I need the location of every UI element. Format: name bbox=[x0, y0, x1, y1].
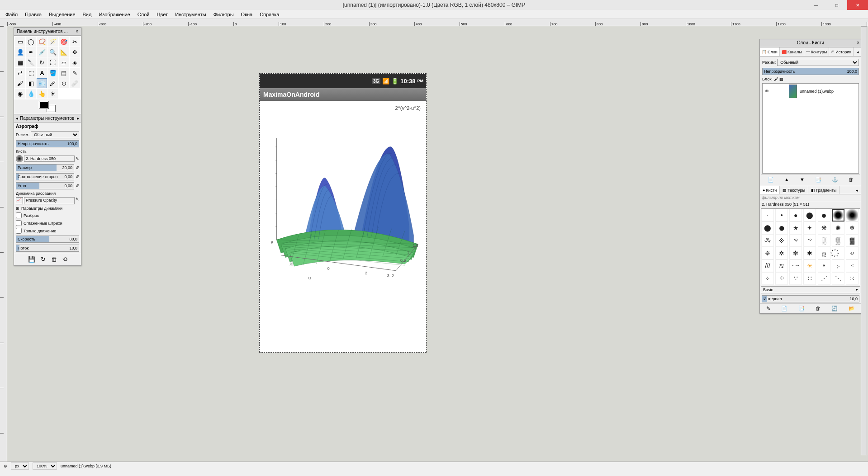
motion-checkbox[interactable] bbox=[16, 228, 22, 234]
menu-view[interactable]: Вид bbox=[79, 11, 95, 18]
brush-item[interactable]: ● bbox=[775, 222, 788, 234]
brush-item[interactable]: ⁂ bbox=[761, 234, 774, 247]
brush-item[interactable]: ⁖ bbox=[846, 259, 859, 272]
brush-item[interactable]: ༄ bbox=[789, 234, 802, 247]
layer-mode-select[interactable]: Обычный bbox=[777, 59, 859, 66]
tool-rotate[interactable]: ↻ bbox=[37, 57, 47, 67]
tool-blur[interactable]: 💧 bbox=[26, 89, 36, 99]
tool-by-color-select[interactable]: 🎯 bbox=[59, 37, 69, 47]
brush-item[interactable]: ❇ bbox=[789, 247, 802, 259]
zoom-select[interactable]: 100% bbox=[33, 462, 57, 470]
tool-shear[interactable]: ▱ bbox=[59, 57, 69, 67]
brush-item[interactable]: ⋰ bbox=[818, 272, 830, 285]
preset-reset-icon[interactable]: ⟲ bbox=[62, 256, 67, 263]
layer-name[interactable]: unnamed (1).webp bbox=[800, 89, 834, 94]
tool-perspective[interactable]: ◈ bbox=[70, 57, 80, 67]
tool-zoom[interactable]: 🔍 bbox=[47, 47, 58, 57]
brush-item[interactable]: ⁘ bbox=[761, 272, 774, 285]
brush-item[interactable]: ▒ bbox=[832, 234, 844, 247]
layer-down-icon[interactable]: ▼ bbox=[800, 177, 805, 183]
brush-item[interactable]: ✱ bbox=[803, 247, 816, 259]
tool-crop[interactable]: 🔪 bbox=[26, 57, 36, 67]
tool-paintbrush[interactable]: 🖌 bbox=[15, 78, 25, 88]
menu-file[interactable]: Файл bbox=[2, 11, 21, 18]
tool-smudge[interactable]: 👆 bbox=[37, 89, 47, 99]
layer-item[interactable]: 👁 unnamed (1).webp bbox=[763, 84, 859, 99]
angle-reset-icon[interactable]: ↺ bbox=[76, 184, 79, 188]
menu-image[interactable]: Изображение bbox=[95, 11, 133, 18]
brush-item[interactable]: ☀ bbox=[803, 259, 816, 272]
tab-menu-icon[interactable]: ◂ bbox=[855, 47, 861, 56]
menu-tools[interactable]: Инструменты bbox=[171, 11, 210, 18]
menu-filters[interactable]: Фильтры bbox=[210, 11, 237, 18]
menu-windows[interactable]: Окна bbox=[237, 11, 256, 18]
tool-cage[interactable]: ⬚ bbox=[26, 68, 36, 78]
tab-patterns[interactable]: ▦Текстуры bbox=[780, 186, 808, 194]
tool-perspective-clone[interactable]: ◉ bbox=[15, 89, 25, 99]
layer-thumbnail[interactable] bbox=[789, 85, 797, 98]
tool-free-select[interactable]: 📿 bbox=[37, 37, 47, 47]
tool-eraser[interactable]: ◧ bbox=[26, 78, 36, 88]
tab-paths[interactable]: 〰Контуры bbox=[804, 47, 829, 56]
tool-clone[interactable]: ⊙ bbox=[59, 78, 69, 88]
brush-item-selected[interactable] bbox=[832, 209, 844, 222]
speed-slider[interactable]: Скорость80,0 bbox=[16, 236, 79, 243]
tool-align[interactable]: ▦ bbox=[15, 57, 25, 67]
preset-delete-icon[interactable]: 🗑 bbox=[51, 256, 57, 263]
brush-filter-input[interactable]: фильтр по меткам bbox=[760, 194, 861, 201]
layer-anchor-icon[interactable]: ⚓ bbox=[832, 177, 838, 183]
mode-select[interactable]: Обычный bbox=[31, 131, 79, 138]
brush-item[interactable] bbox=[846, 209, 859, 222]
preset-save-icon[interactable]: 💾 bbox=[28, 256, 35, 263]
brush-item[interactable]: ⬤ bbox=[803, 209, 816, 222]
aspect-reset-icon[interactable]: ↺ bbox=[76, 174, 79, 179]
brush-item[interactable]: ✦ bbox=[803, 222, 816, 234]
brush-item[interactable]: ∵ bbox=[789, 272, 802, 285]
tab-brushes[interactable]: ●Кисти bbox=[760, 186, 780, 194]
flow-slider[interactable]: Поток10,0 bbox=[16, 245, 79, 252]
brush-item[interactable]: ⬤ bbox=[761, 222, 774, 234]
document-frame[interactable]: 3G 📶 🔋 10:38 PM MaximaOnAndroid 2^(v^2-u… bbox=[259, 73, 427, 353]
brush-item[interactable]: ● bbox=[789, 209, 802, 222]
toolbox-close-icon[interactable]: × bbox=[76, 29, 78, 34]
menu-help[interactable]: Справка bbox=[256, 11, 283, 18]
opacity-slider[interactable]: Непрозрачность100,0 bbox=[16, 140, 79, 147]
layer-delete-icon[interactable]: 🗑 bbox=[849, 177, 854, 183]
unit-select[interactable]: px bbox=[11, 462, 29, 470]
menu-color[interactable]: Цвет bbox=[153, 11, 171, 18]
size-slider[interactable]: Размер20,00 bbox=[16, 164, 74, 171]
tool-paths[interactable]: ✒ bbox=[26, 47, 36, 57]
brush-item[interactable]: • bbox=[775, 209, 788, 222]
tab-layers[interactable]: 📋Слои bbox=[760, 47, 780, 56]
foreground-color[interactable] bbox=[39, 101, 48, 108]
brush-item[interactable]: ꩜ bbox=[846, 247, 859, 259]
brush-item[interactable]: ● bbox=[818, 209, 830, 222]
tool-move[interactable]: ✥ bbox=[70, 47, 80, 57]
brush-item[interactable]: ҉ bbox=[832, 247, 844, 259]
layer-up-icon[interactable]: ▲ bbox=[784, 177, 789, 183]
brush-item[interactable]: ★ bbox=[789, 222, 802, 234]
menu-select[interactable]: Выделение bbox=[45, 11, 79, 18]
brush-new-icon[interactable]: 📄 bbox=[781, 306, 787, 311]
brush-item[interactable]: ⋱ bbox=[832, 272, 844, 285]
brush-item[interactable]: ✲ bbox=[775, 247, 788, 259]
brush-item[interactable]: ⸭ bbox=[775, 272, 788, 285]
brush-item[interactable]: ≋ bbox=[775, 259, 788, 272]
brush-item[interactable]: ჻ bbox=[832, 259, 844, 272]
tab-channels[interactable]: 🟥Каналы bbox=[780, 47, 804, 56]
brush-item[interactable]: ▓ bbox=[846, 234, 859, 247]
layer-duplicate-icon[interactable]: 📑 bbox=[815, 177, 821, 183]
tool-measure[interactable]: 📐 bbox=[59, 47, 69, 57]
menu-layer[interactable]: Слой bbox=[134, 11, 153, 18]
brush-delete-icon[interactable]: 🗑 bbox=[816, 306, 821, 311]
brush-item[interactable]: ⁙ bbox=[846, 272, 859, 285]
brush-item[interactable]: ❋ bbox=[818, 222, 830, 234]
brush-item[interactable]: · bbox=[761, 209, 774, 222]
brush-item[interactable]: ✺ bbox=[832, 222, 844, 234]
tool-blend[interactable]: ▤ bbox=[59, 68, 69, 78]
tool-foreground-select[interactable]: 👤 bbox=[15, 47, 25, 57]
size-reset-icon[interactable]: ↺ bbox=[76, 165, 79, 170]
brush-item[interactable]: 〰 bbox=[789, 259, 802, 272]
tool-text[interactable]: A bbox=[37, 68, 47, 78]
tool-pencil[interactable]: ✎ bbox=[70, 68, 80, 78]
